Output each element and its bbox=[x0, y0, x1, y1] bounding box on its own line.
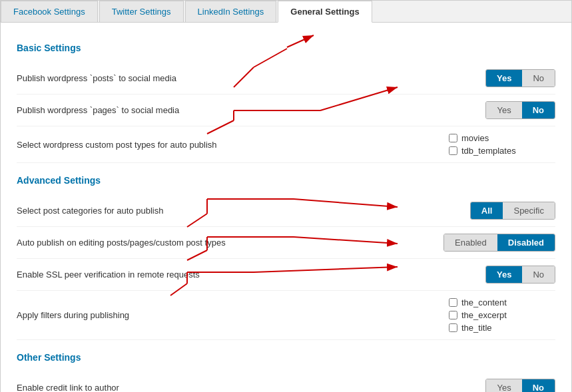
btn-group-post-categories: All Specific bbox=[470, 202, 555, 220]
row-publish-pages: Publish wordpress `pages` to social medi… bbox=[17, 95, 555, 126]
main-container: Facebook Settings Twitter Settings Linke… bbox=[0, 0, 572, 392]
row-custom-post-types: Select wordpress custom post types for a… bbox=[17, 126, 555, 163]
label-ssl-peer: Enable SSL peer verification in remote r… bbox=[17, 270, 449, 280]
btn-credit-link-no[interactable]: No bbox=[522, 379, 555, 392]
row-ssl-peer: Enable SSL peer verification in remote r… bbox=[17, 259, 555, 291]
tab-facebook[interactable]: Facebook Settings bbox=[1, 1, 98, 22]
tab-bar: Facebook Settings Twitter Settings Linke… bbox=[1, 1, 571, 23]
btn-group-ssl-peer: Yes No bbox=[485, 266, 555, 284]
row-post-categories: Select post categories for auto publish … bbox=[17, 195, 555, 227]
control-custom-post-types: movies tdb_templates bbox=[449, 133, 555, 156]
btn-group-publish-posts: Yes No bbox=[485, 69, 555, 87]
checkbox-the-title-label: the_title bbox=[461, 323, 492, 333]
tab-content-general: Basic Settings Publish wordpress `posts`… bbox=[1, 23, 571, 392]
label-publish-posts: Publish wordpress `posts` to social medi… bbox=[17, 73, 449, 83]
btn-ssl-peer-yes[interactable]: Yes bbox=[486, 266, 522, 283]
checkbox-the-title-input[interactable] bbox=[449, 323, 457, 332]
btn-publish-posts-yes[interactable]: Yes bbox=[486, 70, 522, 87]
tab-linkedin[interactable]: LinkedIn Settings bbox=[185, 1, 277, 22]
label-publish-pages: Publish wordpress `pages` to social medi… bbox=[17, 105, 449, 115]
btn-group-credit-link: Yes No bbox=[485, 379, 555, 392]
checkbox-movies-input[interactable] bbox=[449, 134, 457, 142]
control-auto-publish-editing: Enabled Disabled bbox=[443, 234, 555, 252]
checkbox-the-excerpt-label: the_excerpt bbox=[461, 310, 507, 320]
btn-post-categories-all[interactable]: All bbox=[471, 202, 503, 219]
checkbox-the-excerpt[interactable]: the_excerpt bbox=[449, 310, 507, 320]
row-publish-posts: Publish wordpress `posts` to social medi… bbox=[17, 63, 555, 95]
control-post-categories: All Specific bbox=[449, 202, 555, 220]
control-publish-pages: Yes No bbox=[449, 101, 555, 119]
tab-twitter[interactable]: Twitter Settings bbox=[99, 1, 184, 22]
checkbox-the-title[interactable]: the_title bbox=[449, 323, 492, 333]
control-ssl-peer: Yes No bbox=[449, 266, 555, 284]
label-post-categories: Select post categories for auto publish bbox=[17, 206, 449, 216]
label-apply-filters: Apply filters during publishing bbox=[17, 310, 449, 320]
control-credit-link: Yes No bbox=[449, 379, 555, 392]
btn-publish-posts-no[interactable]: No bbox=[522, 70, 555, 87]
row-apply-filters: Apply filters during publishing the_cont… bbox=[17, 291, 555, 340]
btn-disabled[interactable]: Disabled bbox=[497, 234, 555, 251]
btn-group-publish-pages: Yes No bbox=[485, 101, 555, 119]
checkbox-the-content-input[interactable] bbox=[449, 298, 457, 307]
tab-general[interactable]: General Settings bbox=[278, 1, 372, 23]
section-title-advanced: Advanced Settings bbox=[17, 175, 555, 186]
btn-post-categories-specific[interactable]: Specific bbox=[503, 202, 555, 219]
checkboxes-apply-filters: the_content the_excerpt the_title bbox=[449, 297, 555, 333]
section-title-basic: Basic Settings bbox=[17, 43, 555, 53]
row-auto-publish-editing: Auto publish on editing posts/pages/cust… bbox=[17, 227, 555, 259]
btn-ssl-peer-no[interactable]: No bbox=[522, 266, 555, 283]
btn-publish-pages-no[interactable]: No bbox=[522, 102, 555, 118]
checkbox-the-content-label: the_content bbox=[461, 297, 507, 307]
btn-publish-pages-yes[interactable]: Yes bbox=[486, 102, 521, 118]
btn-credit-link-yes[interactable]: Yes bbox=[486, 379, 521, 392]
checkbox-movies[interactable]: movies bbox=[449, 133, 489, 143]
section-title-other: Other Settings bbox=[17, 352, 555, 363]
row-credit-link: Enable credit link to author Yes No bbox=[17, 372, 555, 392]
checkboxes-custom-post-types: movies tdb_templates bbox=[449, 133, 555, 156]
checkbox-tdb-templates-input[interactable] bbox=[449, 146, 457, 155]
checkbox-tdb-templates[interactable]: tdb_templates bbox=[449, 146, 516, 156]
label-credit-link: Enable credit link to author bbox=[17, 383, 449, 392]
checkbox-tdb-templates-label: tdb_templates bbox=[461, 146, 516, 156]
btn-group-enabled-disabled: Enabled Disabled bbox=[443, 234, 555, 252]
control-publish-posts: Yes No bbox=[449, 69, 555, 87]
label-custom-post-types: Select wordpress custom post types for a… bbox=[17, 140, 449, 150]
checkbox-movies-label: movies bbox=[461, 133, 489, 143]
label-auto-publish-editing: Auto publish on editing posts/pages/cust… bbox=[17, 238, 443, 248]
btn-enabled[interactable]: Enabled bbox=[444, 234, 497, 251]
control-apply-filters: the_content the_excerpt the_title bbox=[449, 297, 555, 333]
checkbox-the-excerpt-input[interactable] bbox=[449, 311, 457, 319]
checkbox-the-content[interactable]: the_content bbox=[449, 297, 507, 307]
